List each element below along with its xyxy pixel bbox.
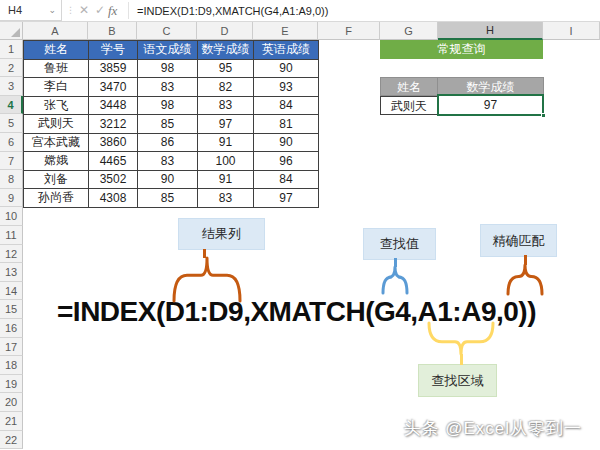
table-cell[interactable]: 83	[198, 189, 254, 208]
row-header-14[interactable]: 14	[0, 282, 23, 301]
name-box[interactable]: H4 ⌄	[0, 0, 62, 21]
table-cell[interactable]: 97	[198, 115, 254, 134]
formula-bar[interactable]: =INDEX(D1:D9,XMATCH(G4,A1:A9,0))	[137, 0, 328, 21]
callout-exact-match: 精确匹配	[480, 224, 557, 257]
column-header-H[interactable]: H	[438, 22, 543, 40]
score-table[interactable]: 姓名学号语文成绩数学成绩英语成绩鲁班3859989590李白3470838293…	[23, 40, 319, 208]
column-header-I[interactable]: I	[543, 22, 600, 40]
table-cell[interactable]: 83	[138, 152, 198, 171]
row-header-7[interactable]: 7	[0, 152, 23, 171]
table-cell[interactable]: 95	[198, 59, 254, 78]
callout-result-column: 结果列	[178, 218, 265, 250]
row-header-13[interactable]: 13	[0, 263, 23, 282]
table-cell[interactable]: 81	[254, 115, 319, 134]
row-header-1[interactable]: 1	[0, 40, 23, 59]
column-header-C[interactable]: C	[137, 22, 197, 40]
table-cell[interactable]: 4308	[89, 189, 138, 208]
row-header-9[interactable]: 9	[0, 189, 23, 208]
resize-dots-icon: ⋮	[66, 0, 75, 21]
row-header-15[interactable]: 15	[0, 300, 23, 319]
table-cell[interactable]: 93	[254, 78, 319, 97]
brace-exact-match	[506, 263, 544, 295]
table-cell[interactable]: 4465	[89, 152, 138, 171]
table-cell[interactable]: 98	[138, 96, 198, 115]
table-cell[interactable]: 嫦娥	[24, 152, 89, 171]
row-header-2[interactable]: 2	[0, 59, 23, 78]
row-header-17[interactable]: 17	[0, 338, 23, 357]
enter-icon[interactable]: ✓	[92, 0, 108, 21]
table-row: 宫本武藏3860869190	[24, 133, 319, 152]
row-header-10[interactable]: 10	[0, 207, 23, 226]
table-row: 嫦娥44658310096	[24, 152, 319, 171]
row-header-12[interactable]: 12	[0, 245, 23, 264]
row-header-21[interactable]: 21	[0, 412, 23, 431]
row-header-4[interactable]: 4	[0, 96, 23, 115]
table-header[interactable]: 姓名	[24, 41, 89, 60]
chevron-down-icon[interactable]: ⌄	[48, 0, 56, 21]
table-row: 刘备3502909184	[24, 170, 319, 189]
query-title-cell[interactable]: 常规查询	[380, 40, 543, 59]
table-row: 鲁班3859989590	[24, 59, 319, 78]
row-header-8[interactable]: 8	[0, 170, 23, 189]
table-cell[interactable]: 84	[254, 170, 319, 189]
column-header-A[interactable]: A	[23, 22, 88, 40]
row-header-6[interactable]: 6	[0, 133, 23, 152]
table-cell[interactable]: 82	[198, 78, 254, 97]
column-header-B[interactable]: B	[88, 22, 137, 40]
table-header[interactable]: 学号	[89, 41, 138, 60]
column-header-G[interactable]: G	[380, 22, 438, 40]
brace-result-column	[172, 256, 242, 302]
row-header-20[interactable]: 20	[0, 393, 23, 412]
table-cell[interactable]: 91	[198, 170, 254, 189]
select-all-button[interactable]	[0, 22, 23, 40]
table-cell[interactable]: 3212	[89, 115, 138, 134]
table-cell[interactable]: 85	[138, 115, 198, 134]
table-header[interactable]: 语文成绩	[138, 41, 198, 60]
table-cell[interactable]: 宫本武藏	[24, 133, 89, 152]
row-header-22[interactable]: 22	[0, 431, 23, 450]
fill-handle[interactable]	[541, 113, 546, 118]
row-header-5[interactable]: 5	[0, 114, 23, 133]
table-cell[interactable]: 90	[138, 170, 198, 189]
table-cell[interactable]: 90	[254, 59, 319, 78]
table-cell[interactable]: 3860	[89, 133, 138, 152]
insert-function-icon[interactable]: fx	[108, 0, 117, 21]
table-cell[interactable]: 3859	[89, 59, 138, 78]
lookup-name-cell[interactable]: 武则天	[380, 96, 438, 115]
column-header-E[interactable]: E	[253, 22, 318, 40]
table-cell[interactable]: 鲁班	[24, 59, 89, 78]
table-cell[interactable]: 孙尚香	[24, 189, 89, 208]
row-header-18[interactable]: 18	[0, 356, 23, 375]
table-cell[interactable]: 武则天	[24, 115, 89, 134]
column-header-F[interactable]: F	[318, 22, 380, 40]
row-header-19[interactable]: 19	[0, 375, 23, 394]
table-cell[interactable]: 96	[254, 152, 319, 171]
table-cell[interactable]: 84	[254, 96, 319, 115]
table-cell[interactable]: 85	[138, 189, 198, 208]
column-header-D[interactable]: D	[197, 22, 253, 40]
table-cell[interactable]: 91	[198, 133, 254, 152]
cancel-icon[interactable]: ✕	[76, 0, 92, 21]
brace-stem	[460, 354, 463, 365]
table-cell[interactable]: 98	[138, 59, 198, 78]
table-cell[interactable]: 3470	[89, 78, 138, 97]
table-cell[interactable]: 100	[198, 152, 254, 171]
table-cell[interactable]: 86	[138, 133, 198, 152]
row-header-16[interactable]: 16	[0, 319, 23, 338]
table-header[interactable]: 数学成绩	[198, 41, 254, 60]
table-cell[interactable]: 张飞	[24, 96, 89, 115]
table-cell[interactable]: 3448	[89, 96, 138, 115]
row-header-3[interactable]: 3	[0, 77, 23, 96]
table-cell[interactable]: 李白	[24, 78, 89, 97]
active-result-cell[interactable]: 97	[437, 94, 544, 116]
table-cell[interactable]: 83	[138, 78, 198, 97]
row-header-11[interactable]: 11	[0, 226, 23, 245]
table-cell[interactable]: 3502	[89, 170, 138, 189]
table-cell[interactable]: 刘备	[24, 170, 89, 189]
table-cell[interactable]: 83	[198, 96, 254, 115]
table-cell[interactable]: 90	[254, 133, 319, 152]
formula-bar-strip: H4 ⌄ ⋮ ✕ ✓ fx =INDEX(D1:D9,XMATCH(G4,A1:…	[0, 0, 600, 22]
table-cell[interactable]: 97	[254, 189, 319, 208]
table-header[interactable]: 英语成绩	[254, 41, 319, 60]
query-header-name[interactable]: 姓名	[380, 77, 438, 96]
